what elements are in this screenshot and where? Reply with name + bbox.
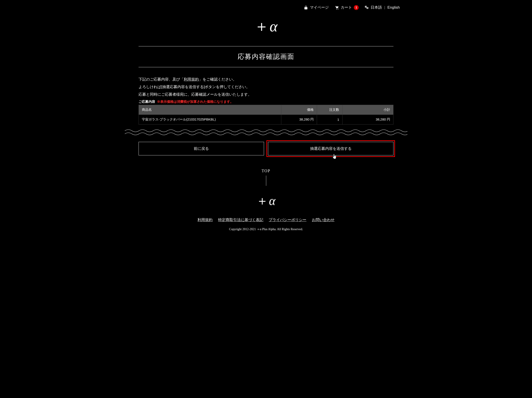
copyright: Copyright 2012-2021 ＋α Plus Alpha. All R… — [125, 227, 407, 231]
td-price: 38,280 円 — [281, 115, 317, 124]
page-title: 応募内容確認画面 — [139, 46, 393, 67]
cart-icon — [335, 5, 339, 10]
order-table: 商品名 価格 注文数 小計 宇宙ガラス-ブラックオパール(210317025PB… — [139, 105, 393, 124]
table-header-row: 商品名 価格 注文数 小計 — [139, 105, 393, 115]
th-qty: 注文数 — [317, 105, 342, 115]
cursor-hand-icon — [332, 153, 338, 161]
mypage-label: マイページ — [310, 5, 329, 10]
footer-link-law[interactable]: 特定商取引法に基づく表記 — [218, 218, 263, 222]
footer-links: 利用規約 特定商取引法に基づく表記 プライバシーポリシー お問い合わせ — [125, 217, 407, 222]
instruction-line-2: よろしければ[抽選応募内容を送信する]ボタンを押してください。 — [139, 83, 393, 91]
wavy-divider — [125, 129, 407, 136]
footer-link-privacy[interactable]: プライバシーポリシー — [269, 218, 306, 222]
td-name: 宇宙ガラス-ブラックオパール(210317025PBKBL) — [139, 115, 281, 124]
td-subtotal: 38,280 円 — [342, 115, 393, 124]
mypage-link[interactable]: マイページ — [304, 5, 329, 10]
instruction-line-1-post: 」をご確認ください。 — [199, 77, 236, 81]
button-row: 前に戻る 抽選応募内容を送信する — [139, 142, 393, 155]
back-button[interactable]: 前に戻る — [139, 142, 264, 155]
lang-ja-link[interactable]: 日本語 — [371, 5, 382, 10]
order-section-warning: ※表示価格は消費税が加算された価格になります。 — [157, 100, 234, 104]
translate-icon — [364, 5, 369, 10]
th-name: 商品名 — [139, 105, 281, 115]
title-rule-bottom — [139, 67, 393, 67]
lang-separator: | — [384, 5, 385, 10]
back-to-top-link[interactable]: TOP — [125, 169, 407, 173]
td-qty: 1 — [317, 115, 342, 124]
language-switcher: 日本語 | English — [364, 5, 400, 10]
main-content: 応募内容確認画面 下記のご応募内容、及び「利用規約」をご確認ください。 よろしけ… — [139, 46, 393, 124]
submit-button-label: 抽選応募内容を送信する — [310, 146, 352, 151]
lang-en-link[interactable]: English — [387, 5, 400, 10]
terms-link-inline[interactable]: 利用規約 — [184, 77, 199, 81]
submit-button[interactable]: 抽選応募内容を送信する — [268, 142, 393, 155]
cart-link[interactable]: カート 1 — [335, 5, 359, 10]
order-section-header: ご応募内容 ※表示価格は消費税が加算された価格になります。 — [139, 100, 393, 104]
th-price: 価格 — [281, 105, 317, 115]
instructions: 下記のご応募内容、及び「利用規約」をご確認ください。 よろしければ[抽選応募内容… — [139, 76, 393, 98]
footer: TOP ＋α 利用規約 特定商取引法に基づく表記 プライバシーポリシー お問い合… — [125, 169, 407, 240]
top-nav: マイページ カート 1 日本語 | English — [125, 0, 407, 10]
instruction-line-1: 下記のご応募内容、及び「利用規約」をご確認ください。 — [139, 76, 393, 83]
footer-link-terms[interactable]: 利用規約 — [197, 218, 213, 222]
order-section-label: ご応募内容 — [139, 100, 155, 104]
header-logo[interactable]: ＋α — [254, 18, 278, 35]
instruction-line-3: 応募と同時にご応募者様宛に、応募確認メールを送信いたします。 — [139, 91, 393, 98]
lock-icon — [304, 5, 308, 10]
header-logo-wrap: ＋α — [125, 16, 407, 36]
footer-link-contact[interactable]: お問い合わせ — [312, 218, 335, 222]
th-subtotal: 小計 — [342, 105, 393, 115]
cart-label: カート — [341, 5, 352, 10]
footer-logo[interactable]: ＋α — [125, 192, 407, 209]
table-row: 宇宙ガラス-ブラックオパール(210317025PBKBL) 38,280 円 … — [139, 115, 393, 124]
cart-count-badge: 1 — [354, 5, 359, 10]
instruction-line-1-pre: 下記のご応募内容、及び「 — [139, 77, 184, 81]
footer-vline — [266, 176, 266, 186]
